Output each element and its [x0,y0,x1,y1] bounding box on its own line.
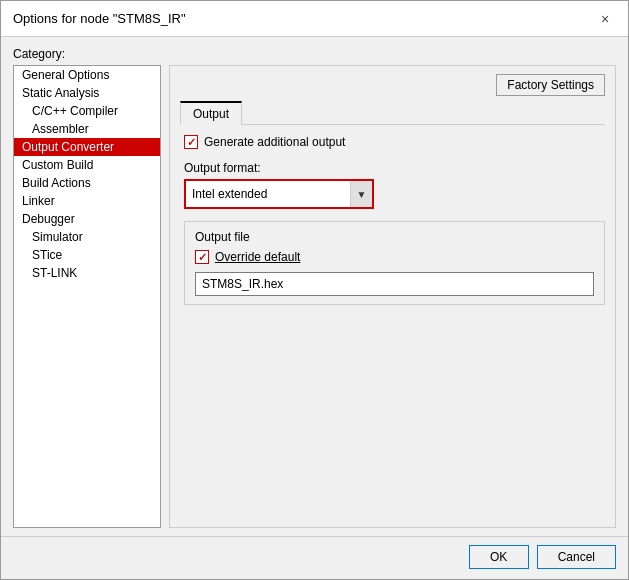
output-format-select[interactable]: Intel extendedMotorolaRaw binary [186,183,350,205]
override-row: Override default [195,250,594,264]
dialog-body: Category: General OptionsStatic Analysis… [1,37,628,536]
sidebar: General OptionsStatic AnalysisC/C++ Comp… [13,65,161,528]
sidebar-item-stice[interactable]: STice [14,246,160,264]
title-bar: Options for node "STM8S_IR" × [1,1,628,37]
sidebar-item-linker[interactable]: Linker [14,192,160,210]
sidebar-item-build-actions[interactable]: Build Actions [14,174,160,192]
cancel-button[interactable]: Cancel [537,545,616,569]
generate-output-checkbox[interactable] [184,135,198,149]
sidebar-item-static-analysis[interactable]: Static Analysis [14,84,160,102]
generate-output-row: Generate additional output [184,135,605,149]
tab-area: Output Generate additional output Output… [170,100,615,527]
select-arrow-icon: ▼ [350,181,372,207]
category-label: Category: [13,47,616,61]
tabs: Output [180,100,605,125]
dialog: Options for node "STM8S_IR" × Category: … [0,0,629,580]
sidebar-item-assembler[interactable]: Assembler [14,120,160,138]
main-panel: Factory Settings Output Generate additio… [169,65,616,528]
sidebar-item-st-link[interactable]: ST-LINK [14,264,160,282]
output-file-legend: Output file [195,230,594,244]
factory-settings-button[interactable]: Factory Settings [496,74,605,96]
content-area: General OptionsStatic AnalysisC/C++ Comp… [13,65,616,528]
dialog-footer: OK Cancel [1,536,628,579]
override-default-checkbox[interactable] [195,250,209,264]
override-default-label: Override default [215,250,300,264]
tab-content: Generate additional output Output format… [180,135,605,517]
output-format-section: Output format: Intel extendedMotorolaRaw… [184,161,605,209]
sidebar-item-simulator[interactable]: Simulator [14,228,160,246]
sidebar-item-general-options[interactable]: General Options [14,66,160,84]
dialog-title: Options for node "STM8S_IR" [13,11,186,26]
close-button[interactable]: × [594,8,616,30]
ok-button[interactable]: OK [469,545,529,569]
output-format-select-wrapper[interactable]: Intel extendedMotorolaRaw binary ▼ [184,179,374,209]
factory-btn-row: Factory Settings [170,66,615,100]
sidebar-item-debugger[interactable]: Debugger [14,210,160,228]
sidebar-item-custom-build[interactable]: Custom Build [14,156,160,174]
generate-output-label: Generate additional output [204,135,345,149]
sidebar-item-cc-compiler[interactable]: C/C++ Compiler [14,102,160,120]
file-input[interactable]: STM8S_IR.hex [195,272,594,296]
tab-output[interactable]: Output [180,101,242,125]
sidebar-item-output-converter[interactable]: Output Converter [14,138,160,156]
output-file-group: Output file Override default STM8S_IR.he… [184,221,605,305]
output-format-label: Output format: [184,161,605,175]
